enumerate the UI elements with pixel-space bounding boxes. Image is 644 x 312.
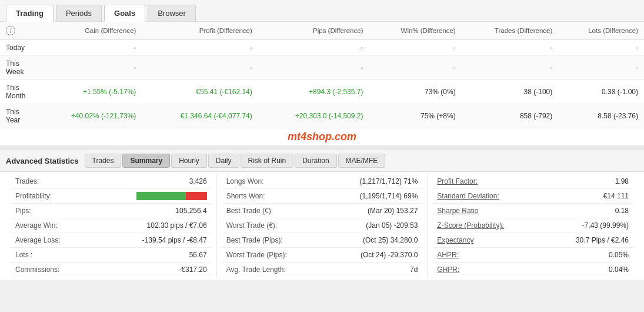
stat-row: Standard Deviation: €14.111 [432,189,633,204]
profit-cell: €55.41 (-€162.14) [142,80,258,104]
adv-col-1: Trades: 3,426 Profitability: Pips: 105,2… [6,174,217,277]
stat-label: Shorts Won: [226,192,265,200]
adv-stats-label: Advanced Statistics [6,157,79,165]
profit-cell: - [142,56,258,80]
pips-cell: - [258,40,369,56]
stat-value: (Jan 05) -209.53 [366,221,418,230]
stat-label: Best Trade (Pips): [226,236,283,244]
lots-cell: - [558,56,644,80]
stat-value: 3,426 [189,177,207,185]
header-gain: Gain (Difference) [35,22,142,40]
stat-row: Avg. Trade Length: 7d [222,263,423,277]
profit-cell: - [142,40,258,56]
period-label: This Week [0,56,35,80]
stat-value: -€317.20 [179,265,206,274]
gain-cell: - [35,56,142,80]
pips-cell: - [258,56,369,80]
tab-goals[interactable]: Goals [104,5,145,22]
stat-row: GHPR: 0.04% [432,263,633,277]
stat-row: Shorts Won: (1,195/1,714) 69% [222,189,423,204]
stat-value: €14.111 [603,192,629,200]
header-lots: Lots (Difference) [558,22,644,40]
stat-value: 0.18 [615,207,629,215]
header-win: Win% (Difference) [369,22,461,40]
adv-section: Advanced Statistics Trades Summary Hourl… [0,150,644,280]
win-cell: - [369,56,461,80]
gain-cell: +40.02% (-121.73%) [35,104,142,128]
stat-label: GHPR: [437,265,459,274]
lots-cell: 8.58 (-23.76) [558,104,644,128]
stat-row: Z-Score (Probability): -7.43 (99.99%) [432,218,633,233]
stat-label: Profitability: [15,192,52,200]
stat-value: 0.04% [609,265,629,274]
stat-value: 56.67 [189,251,207,259]
gain-cell: - [35,40,142,56]
stat-row: Trades: 3,426 [11,174,212,189]
stat-value: -7.43 (99.99%) [582,221,629,230]
stat-row: Lots : 56.67 [11,248,212,263]
tab-browser[interactable]: Browser [148,5,196,21]
win-cell: 75% (+8%) [369,104,461,128]
stat-label: AHPR: [437,251,459,259]
stat-label: Average Loss: [15,236,61,244]
main-container: Trading Periods Goals Browser i Gain (Di… [0,0,644,280]
stat-row: Commissions: -€317.20 [11,263,212,277]
stat-label: Longs Won: [226,177,264,185]
profit-cell: €1,346.64 (-€4,077.74) [142,104,258,128]
stat-value: (1,195/1,714) 69% [360,192,418,200]
period-label: This Year [0,104,35,128]
stats-table: i Gain (Difference) Profit (Difference) … [0,22,644,128]
stat-label: Trades: [15,177,39,185]
stat-value: 0.05% [609,251,629,259]
stat-value: 102.30 pips / €7.06 [147,221,207,230]
pips-cell: +894.3 (-2,535.7) [258,80,369,104]
tab-periods[interactable]: Periods [56,5,102,21]
stat-row: Profitability: [11,189,212,204]
stat-row: Expectancy 30.7 Pips / €2.46 [432,233,633,248]
stat-label: Profit Factor: [437,177,478,185]
stat-value: 7d [410,265,418,274]
adv-tab-daily[interactable]: Daily [208,154,239,168]
stat-label: Commissions: [15,265,59,274]
lots-cell: 0.38 (-1.00) [558,80,644,104]
profitability-bar [136,192,207,200]
stat-label: Sharpe Ratio [437,207,478,215]
stat-label: Worst Trade (Pips): [226,251,287,259]
watermark: mt4shop.com [0,128,644,145]
stat-label: Lots : [15,251,32,259]
stat-value: (Oct 24) -29,370.0 [361,251,418,259]
stat-value: (1,217/1,712) 71% [360,177,418,185]
table-row: This Year +40.02% (-121.73%) €1,346.64 (… [0,104,644,128]
pips-cell: +20,303.0 (-14,509.2) [258,104,369,128]
profit-red [186,192,207,200]
info-icon[interactable]: i [6,26,15,35]
adv-tab-duration[interactable]: Duration [295,154,336,168]
stat-row: Sharpe Ratio 0.18 [432,204,633,218]
stat-row: Longs Won: (1,217/1,712) 71% [222,174,423,189]
header-profit: Profit (Difference) [142,22,258,40]
tab-trading[interactable]: Trading [6,5,54,22]
adv-col-3: Profit Factor: 1.98 Standard Deviation: … [428,174,638,277]
stat-value: (Oct 25) 34,280.0 [363,236,418,244]
table-row: Today - - - - - - [0,40,644,56]
adv-tab-risk-of-ruin[interactable]: Risk of Ruin [241,154,294,168]
stats-section: i Gain (Difference) Profit (Difference) … [0,22,644,150]
trades-cell: 858 (-792) [462,104,559,128]
stat-label: Pips: [15,207,31,215]
stat-row: Pips: 105,256.4 [11,204,212,218]
adv-tab-mae-mfe[interactable]: MAE/MFE [338,154,386,168]
stat-row: Worst Trade (€): (Jan 05) -209.53 [222,218,423,233]
adv-tabs-bar: Advanced Statistics Trades Summary Hourl… [0,150,644,172]
top-tabs: Trading Periods Goals Browser [0,0,644,22]
adv-tab-hourly[interactable]: Hourly [171,154,207,168]
stat-value: (Mar 20) 153.27 [368,207,418,215]
stat-value: 1.98 [615,177,629,185]
stat-row: Average Loss: -139.54 pips / -€8.47 [11,233,212,248]
adv-tab-summary[interactable]: Summary [122,154,170,168]
table-row: This Week - - - - - - [0,56,644,80]
stat-label: Z-Score (Probability): [437,221,503,230]
adv-stats-columns: Trades: 3,426 Profitability: Pips: 105,2… [0,172,644,280]
win-cell: 73% (0%) [369,80,461,104]
adv-tab-trades[interactable]: Trades [85,154,122,168]
stat-label: Avg. Trade Length: [226,265,286,274]
